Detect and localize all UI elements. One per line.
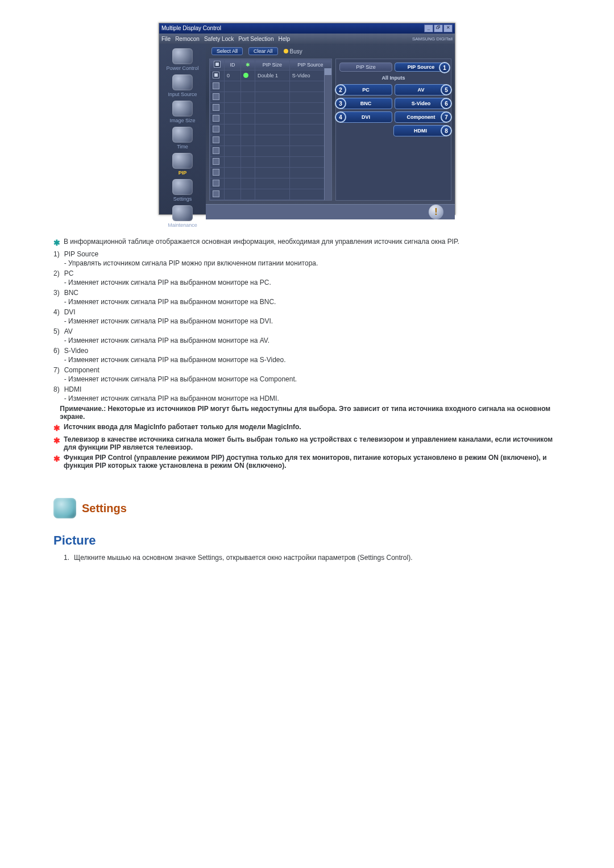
menu-remocon[interactable]: Remocon — [175, 36, 200, 42]
note-text: Функция PIP Control (управление режимом … — [64, 454, 561, 470]
menu-help[interactable]: Help — [278, 36, 290, 42]
sidebar-item-pip[interactable]: PIP — [163, 153, 202, 176]
table-row[interactable] — [210, 135, 331, 146]
maintenance-icon — [172, 205, 193, 221]
check-all-checkbox[interactable] — [214, 61, 221, 68]
sidebar-item-settings[interactable]: Settings — [163, 179, 202, 202]
input-av-button[interactable]: AV5 — [395, 84, 447, 95]
table-row[interactable] — [210, 178, 331, 189]
sidebar-item-maintenance[interactable]: Maintenance — [163, 205, 202, 228]
row-checkbox[interactable] — [213, 82, 219, 89]
tab-pip-size[interactable]: PIP Size — [339, 63, 392, 72]
row-checkbox[interactable] — [213, 190, 219, 197]
window-minimize-icon[interactable]: _ — [424, 24, 433, 32]
row-checkbox[interactable] — [213, 169, 219, 176]
table-row[interactable] — [210, 114, 331, 124]
table-row[interactable] — [210, 146, 331, 157]
article-body: ✱ В информационной таблице отображается … — [51, 238, 563, 562]
image-size-icon — [172, 101, 193, 117]
callout-2: 2 — [335, 84, 346, 95]
item-num: 7) — [53, 366, 60, 383]
display-table: ID ✱ PIP Size PIP Source 0 Double 1 S-Vi — [209, 59, 332, 201]
window-title: Multiple Display Control — [161, 23, 221, 34]
item-desc: - Изменяет источник сигнала PIP на выбра… — [64, 356, 561, 364]
table-row[interactable] — [210, 92, 331, 103]
input-label: HDMI — [414, 128, 427, 134]
scroll-up-icon[interactable] — [325, 68, 331, 75]
sidebar-item-label: Image Size — [169, 118, 195, 123]
input-hdmi-button[interactable]: HDMI8 — [393, 125, 447, 136]
star-icon: ✱ — [53, 435, 60, 446]
toolbar: Select All Clear All Busy — [206, 44, 455, 59]
col-id: ID — [225, 60, 241, 70]
input-dvi-button[interactable]: 4DVI — [339, 111, 392, 123]
clear-all-button[interactable]: Clear All — [248, 47, 278, 55]
input-bnc-button[interactable]: 3BNC — [339, 98, 392, 109]
menu-file[interactable]: File — [161, 36, 171, 42]
item-desc: - Управлять источником сигнала PIP можно… — [64, 259, 561, 267]
callout-3: 3 — [335, 98, 346, 109]
col-check[interactable] — [210, 60, 225, 70]
table-row[interactable] — [210, 81, 331, 92]
item-num: 5) — [53, 327, 60, 344]
row-checkbox[interactable] — [213, 158, 219, 165]
callout-8: 8 — [441, 125, 452, 136]
callout-4: 4 — [335, 111, 346, 123]
power-icon — [172, 48, 193, 64]
sidebar-item-image-size[interactable]: Image Size — [163, 101, 202, 123]
table-row[interactable] — [210, 189, 331, 200]
table-scrollbar[interactable] — [324, 68, 331, 200]
cell-id: 0 — [225, 70, 241, 81]
input-pc-button[interactable]: 2PC — [339, 84, 392, 95]
menu-port-selection[interactable]: Port Selection — [238, 36, 273, 42]
source-icon — [172, 74, 193, 90]
row-checkbox[interactable] — [213, 180, 219, 186]
item-num: 2) — [53, 269, 60, 286]
sidebar-item-input-source[interactable]: Input Source — [163, 74, 202, 97]
row-checkbox[interactable] — [213, 126, 219, 132]
table-row[interactable]: 0 Double 1 S-Video — [210, 70, 331, 81]
table-row[interactable] — [210, 168, 331, 178]
time-icon — [172, 127, 193, 143]
status-dot-icon — [243, 73, 248, 78]
sidebar-item-power-control[interactable]: Power Control — [163, 48, 202, 71]
statusbar: ! — [206, 204, 455, 219]
row-checkbox[interactable] — [213, 93, 219, 100]
table-row[interactable] — [210, 124, 331, 135]
table-row[interactable] — [210, 103, 331, 114]
select-all-button[interactable]: Select All — [211, 47, 243, 55]
tab-pip-source[interactable]: PIP Source 1 — [395, 63, 447, 72]
busy-status: Busy — [284, 48, 302, 55]
hint-sphere-icon[interactable]: ! — [429, 205, 443, 219]
cell-pip-size: Double 1 — [255, 70, 290, 81]
menu-safety-lock[interactable]: Safety Lock — [204, 36, 234, 42]
intro-text: В информационной таблице отображается ос… — [64, 238, 459, 246]
col-lamp: ✱ — [241, 60, 255, 70]
table-row[interactable] — [210, 157, 331, 168]
tab-label: PIP Source — [408, 64, 434, 70]
busy-status-label: Busy — [290, 48, 302, 55]
window-close-icon[interactable]: ✕ — [443, 24, 453, 32]
item-desc: - Изменяет источник сигнала PIP на выбра… — [64, 279, 561, 286]
mdc-application-window: Multiple Display Control _ 🗗 ✕ File Remo… — [159, 23, 455, 215]
input-svideo-button[interactable]: S-Video6 — [395, 98, 447, 109]
item-desc: - Изменяет источник сигнала PIP на выбра… — [64, 375, 561, 383]
row-checkbox[interactable] — [213, 115, 219, 122]
row-checkbox[interactable] — [213, 136, 219, 143]
sidebar: Power Control Input Source Image Size Ti… — [159, 44, 206, 214]
row-checkbox[interactable] — [213, 147, 219, 154]
window-titlebar[interactable]: Multiple Display Control _ 🗗 ✕ — [159, 23, 455, 34]
window-restore-icon[interactable]: 🗗 — [434, 24, 443, 32]
item-num: 6) — [53, 347, 60, 364]
input-component-button[interactable]: Component7 — [395, 111, 447, 123]
pip-icon — [172, 153, 193, 169]
sidebar-item-time[interactable]: Time — [163, 127, 202, 149]
picture-heading: Picture — [53, 533, 561, 548]
item-num: 1) — [53, 250, 60, 267]
row-checkbox[interactable] — [213, 104, 219, 111]
settings-section-icon — [53, 498, 76, 518]
primary-note: Примечание.: Некоторые из источников PIP… — [60, 405, 561, 421]
row-checkbox[interactable] — [213, 72, 219, 78]
item-title: AV — [64, 327, 561, 335]
item-desc: - Изменяет источник сигнала PIP на выбра… — [64, 337, 561, 344]
